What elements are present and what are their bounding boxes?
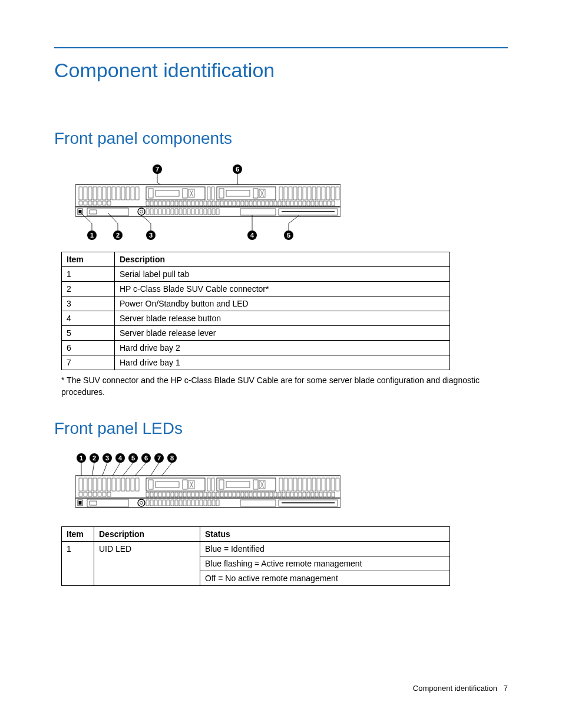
table-row: 5Server blade release lever	[62, 326, 450, 341]
callout-7: 7	[156, 166, 159, 173]
table-row: 1 UID LED Blue = Identified	[62, 542, 450, 556]
svg-rect-122	[79, 210, 82, 213]
svg-text:1: 1	[80, 454, 83, 462]
table-row: 4Server blade release button	[62, 311, 450, 326]
table-row: 2HP c-Class Blade SUV Cable connector*	[62, 282, 450, 297]
components-footnote: * The SUV connector and the HP c-Class B…	[61, 375, 485, 398]
svg-text:3: 3	[105, 454, 109, 462]
svg-text:5: 5	[131, 454, 135, 462]
callout-1: 1	[90, 232, 94, 239]
table-row: Blue flashing = Active remote management	[62, 556, 450, 571]
leds-table: Item Description Status 1 UID LED Blue =…	[61, 526, 450, 586]
th-status: Status	[200, 527, 450, 542]
page-footer: Component identification 7	[413, 684, 508, 693]
section-heading-components: Front panel components	[54, 129, 508, 148]
table-row: 6Hard drive bay 2	[62, 341, 450, 355]
table-row: Off = No active remote management	[62, 571, 450, 586]
svg-text:6: 6	[144, 454, 148, 462]
th-desc: Description	[94, 527, 200, 542]
table-row: 1Serial label pull tab	[62, 267, 450, 282]
components-table: Item Description 1Serial label pull tab …	[61, 252, 450, 370]
svg-text:2: 2	[92, 454, 96, 462]
svg-text:8: 8	[170, 454, 174, 462]
table-row: 7Hard drive bay 1	[62, 355, 450, 370]
th-desc: Description	[115, 252, 450, 267]
front-panel-diagram: 7 6	[75, 162, 508, 242]
svg-rect-283	[79, 501, 82, 505]
svg-text:4: 4	[118, 454, 123, 462]
callout-2: 2	[116, 232, 120, 239]
callout-5: 5	[287, 232, 290, 239]
callout-4: 4	[250, 232, 254, 239]
th-item: Item	[62, 252, 115, 267]
svg-text:7: 7	[157, 454, 161, 462]
header-rule	[54, 47, 508, 48]
page-title: Component identification	[54, 59, 508, 82]
callout-6: 6	[236, 166, 239, 173]
section-heading-leds: Front panel LEDs	[54, 419, 508, 438]
front-panel-leds-diagram: 1 2 3 4 5 6 7 8	[75, 452, 508, 517]
callout-3: 3	[149, 232, 153, 239]
th-item: Item	[62, 527, 94, 542]
table-row: 3Power On/Standby button and LED	[62, 297, 450, 311]
